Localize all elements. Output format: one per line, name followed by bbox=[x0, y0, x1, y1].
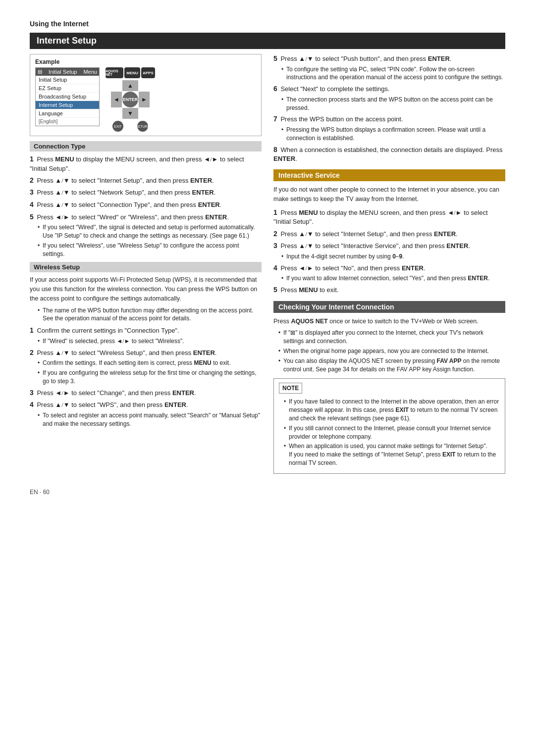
wireless-intro-bullets: The name of the WPS button function may … bbox=[38, 306, 262, 323]
r-step-7: 7 Press the WPS button on the access poi… bbox=[273, 114, 505, 142]
check-bullet-3: You can also display the AQUOS NET scree… bbox=[278, 357, 505, 374]
wireless-setup-header: Wireless Setup bbox=[30, 262, 262, 272]
connection-type-header: Connection Type bbox=[30, 141, 262, 151]
note-bullet-1: If you have failed to connect to the Int… bbox=[284, 398, 500, 422]
note-bullet-2: If you still cannot connect to the Inter… bbox=[284, 424, 500, 441]
r-bullet-6-1: The connection process starts and the WP… bbox=[281, 96, 505, 112]
wireless-setup-section: Wireless Setup If your access point supp… bbox=[30, 262, 262, 428]
right-steps-58: 5 Press ▲/▼ to select "Push button", and… bbox=[273, 54, 505, 163]
ws-bullet-2-2: If you are configuring the wireless setu… bbox=[38, 369, 262, 386]
is-bullet-3-1: Input the 4-digit secret number by using… bbox=[281, 252, 505, 261]
menu-item-internet: Internet Setup bbox=[36, 101, 99, 109]
remote-mockup: AQUOS NET MENU APPS ▲ ◄ ENTER ► ▼ EX bbox=[106, 67, 155, 132]
menu-item-language: Language bbox=[36, 109, 99, 118]
ws-bullet-1-1: If "Wired" is selected, press ◄/► to sel… bbox=[38, 337, 262, 346]
up-arrow: ▲ bbox=[122, 80, 138, 91]
r-step-8: 8 When a connection is established, the … bbox=[273, 145, 505, 164]
note-bullet-3: When an application is used, you cannot … bbox=[284, 442, 500, 467]
checking-header: Checking Your Internet Connection bbox=[273, 301, 505, 313]
note-bullets: If you have failed to connect to the Int… bbox=[284, 398, 500, 467]
ct-bullet-1: If you select "Wired", the signal is det… bbox=[38, 223, 262, 240]
wireless-intro: If your access point supports Wi-Fi Prot… bbox=[30, 275, 262, 303]
ct-step-3: 3 Press ▲/▼ to select "Network Setup", a… bbox=[30, 188, 262, 198]
ws-step-1-bullets: If "Wired" is selected, press ◄/► to sel… bbox=[38, 337, 262, 346]
footer-text: EN · 60 bbox=[30, 489, 50, 496]
left-column: Example ▤ Initial Setup Menu Initial Set… bbox=[30, 54, 262, 474]
remote-dpad: ▲ ◄ ENTER ► ▼ bbox=[111, 80, 150, 119]
example-label: Example bbox=[35, 58, 155, 65]
checking-intro: Press AQUOS NET once or twice to switch … bbox=[273, 317, 505, 326]
is-step-5: 5 Press MENU to exit. bbox=[273, 285, 505, 295]
ct-step-4: 4 Press ▲/▼ to select "Connection Type",… bbox=[30, 200, 262, 210]
r-step-6: 6 Select "Next" to complete the settings… bbox=[273, 84, 505, 112]
section-title: Internet Setup bbox=[30, 33, 505, 49]
ct-step-1: 1 Press MENU to display the MENU screen,… bbox=[30, 154, 262, 173]
is-bullet-4-1: If you want to allow Internet connection… bbox=[281, 274, 505, 283]
menu-button: MENU bbox=[124, 67, 140, 78]
r-step-7-bullets: Pressing the WPS button displays a confi… bbox=[281, 126, 505, 143]
ws-step-4-bullets: To select and register an access point m… bbox=[38, 411, 262, 428]
apps-button: APPS bbox=[141, 67, 155, 78]
interactive-service-intro: If you do not want other people to conne… bbox=[273, 185, 505, 204]
menu-item-initial: Initial Setup bbox=[36, 76, 99, 84]
ws-step-1: 1 Confirm the current settings in "Conne… bbox=[30, 326, 262, 345]
wireless-bullet-1: The name of the WPS button function may … bbox=[38, 306, 262, 323]
interactive-service-header: Interactive Service bbox=[273, 169, 505, 181]
check-bullet-1: If "⊠" is displayed after you connect to… bbox=[278, 329, 505, 346]
ws-step-2-bullets: Confirm the settings. If each setting it… bbox=[38, 359, 262, 385]
menu-item-broadcast: Broadcasting Setup bbox=[36, 93, 99, 101]
ct-step-5: 5 Press ◄/► to select "Wired" or "Wirele… bbox=[30, 212, 262, 258]
enter-button: ENTER bbox=[122, 92, 138, 107]
using-internet-label: Using the Internet bbox=[30, 20, 89, 28]
connection-type-steps: 1 Press MENU to display the MENU screen,… bbox=[30, 154, 262, 258]
is-step-1: 1 Press MENU to display the MENU screen,… bbox=[273, 208, 505, 227]
down-arrow: ▼ bbox=[122, 108, 138, 119]
checking-bullets: If "⊠" is displayed after you connect to… bbox=[278, 329, 505, 373]
is-step-3-bullets: Input the 4-digit secret number by using… bbox=[281, 252, 505, 261]
r-step-6-bullets: The connection process starts and the WP… bbox=[281, 96, 505, 112]
right-arrow: ► bbox=[139, 92, 150, 107]
ws-bullet-4-1: To select and register an access point m… bbox=[38, 411, 262, 428]
ct-step-5-bullets: If you select "Wired", the signal is det… bbox=[38, 223, 262, 258]
note-box: NOTE If you have failed to connect to th… bbox=[273, 378, 505, 473]
r-bullet-5-1: To configure the setting via PC, select … bbox=[281, 65, 505, 82]
ws-bullet-2-1: Confirm the settings. If each setting it… bbox=[38, 359, 262, 367]
r-step-5: 5 Press ▲/▼ to select "Push button", and… bbox=[273, 54, 505, 82]
is-step-3: 3 Press ▲/▼ to select "Interactive Servi… bbox=[273, 241, 505, 260]
ws-step-3: 3 Press ◄/► to select "Change", and then… bbox=[30, 388, 262, 398]
page-header: Using the Internet bbox=[30, 20, 505, 28]
remote-bottom: EXIT RETURN bbox=[106, 121, 155, 132]
menu-item-ez: EZ Setup bbox=[36, 84, 99, 93]
return-button-remote: RETURN bbox=[137, 121, 148, 132]
right-column: 5 Press ▲/▼ to select "Push button", and… bbox=[273, 54, 505, 474]
menu-header-right: Menu bbox=[83, 69, 97, 75]
is-step-4-bullets: If you want to allow Internet connection… bbox=[281, 274, 505, 283]
is-step-2: 2 Press ▲/▼ to select "Internet Setup", … bbox=[273, 229, 505, 239]
example-box: Example ▤ Initial Setup Menu Initial Set… bbox=[30, 54, 262, 136]
menu-header-left: Initial Setup bbox=[49, 69, 77, 75]
ct-bullet-2: If you select "Wireless", use "Wireless … bbox=[38, 242, 262, 258]
ct-step-2: 2 Press ▲/▼ to select "Internet Setup", … bbox=[30, 176, 262, 186]
wireless-steps: 1 Confirm the current settings in "Conne… bbox=[30, 326, 262, 428]
ws-step-4: 4 Press ▲/▼ to select "WPS", and then pr… bbox=[30, 400, 262, 428]
check-bullet-2: When the original home page appears, now… bbox=[278, 347, 505, 355]
interactive-service-steps: 1 Press MENU to display the MENU screen,… bbox=[273, 208, 505, 295]
remote-top-row: AQUOS NET MENU APPS bbox=[106, 67, 155, 78]
note-label: NOTE bbox=[279, 383, 302, 394]
menu-header-icon: ▤ bbox=[38, 69, 42, 75]
example-content: Example ▤ Initial Setup Menu Initial Set… bbox=[35, 58, 155, 132]
menu-mockup: ▤ Initial Setup Menu Initial Setup EZ Se… bbox=[35, 67, 100, 126]
exit-button-remote: EXIT bbox=[112, 121, 123, 132]
menu-mockup-header: ▤ Initial Setup Menu bbox=[36, 68, 99, 76]
ws-step-2: 2 Press ▲/▼ to select "Wireless Setup", … bbox=[30, 348, 262, 386]
menu-item-english: [English] bbox=[36, 118, 99, 126]
r-step-5-bullets: To configure the setting via PC, select … bbox=[281, 65, 505, 82]
aquos-net-button: AQUOS NET bbox=[106, 67, 123, 78]
r-bullet-7-1: Pressing the WPS button displays a confi… bbox=[281, 126, 505, 143]
left-arrow: ◄ bbox=[111, 92, 122, 107]
page-footer: EN · 60 bbox=[30, 489, 505, 496]
is-step-4: 4 Press ◄/► to select "No", and then pre… bbox=[273, 263, 505, 283]
